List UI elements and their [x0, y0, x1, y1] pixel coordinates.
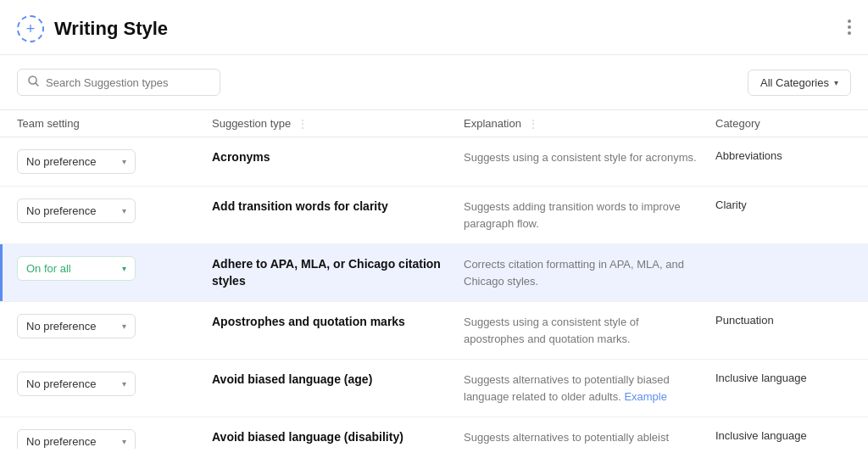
suggestion-name: Apostrophes and quotation marks	[212, 315, 405, 328]
category-value: Punctuation	[715, 314, 774, 327]
team-setting-cell: On for all ▾	[17, 256, 212, 281]
team-setting-cell: No preference ▾	[17, 198, 212, 223]
chevron-down-icon: ▾	[834, 78, 838, 87]
highlight-bar	[0, 244, 3, 301]
chevron-down-icon: ▾	[122, 157, 126, 166]
explanation-cell: Suggests alternatives to potentially abl…	[464, 429, 715, 449]
explanation-text: Corrects citation formatting in APA, MLA…	[464, 258, 684, 288]
dot-icon	[848, 20, 851, 23]
suggestion-type-cell: Avoid biased language (age)	[212, 372, 464, 389]
team-setting-cell: No preference ▾	[17, 149, 212, 174]
team-setting-cell: No preference ▾	[17, 429, 212, 449]
page-header: + Writing Style	[0, 0, 868, 55]
dot-icon	[848, 31, 851, 35]
suggestion-type-cell: Add transition words for clarity	[212, 198, 464, 215]
column-suggestion-type: Suggestion type ⋮	[212, 117, 464, 130]
toolbar: All Categories ▾	[0, 55, 868, 110]
category-cell: Clarity	[715, 198, 851, 211]
team-setting-dropdown[interactable]: No preference ▾	[17, 149, 136, 174]
dot-icon	[848, 25, 851, 29]
dropdown-value: No preference	[26, 204, 96, 217]
suggestion-type-cell: Apostrophes and quotation marks	[212, 314, 464, 331]
chevron-down-icon: ▾	[122, 379, 126, 389]
suggestion-name: Adhere to APA, MLA, or Chicago citation …	[212, 257, 441, 288]
explanation-cell: Suggests adding transition words to impr…	[464, 198, 715, 232]
table-row: No preference ▾ Apostrophes and quotatio…	[0, 302, 868, 360]
suggestion-name: Acronyms	[212, 150, 270, 164]
column-category: Category	[715, 117, 851, 130]
category-cell: Punctuation	[715, 314, 851, 327]
chevron-down-icon: ▾	[122, 264, 126, 273]
suggestion-name: Avoid biased language (age)	[212, 372, 372, 386]
explanation-text: Suggests using a consistent style of apo…	[464, 316, 639, 345]
category-value: Inclusive language	[715, 372, 807, 384]
chevron-down-icon: ▾	[122, 206, 126, 215]
header-icon: +	[17, 15, 44, 42]
table-header: Team setting Suggestion type ⋮ Explanati…	[0, 110, 868, 137]
column-explanation: Explanation ⋮	[464, 117, 715, 130]
explanation-text: Suggests alternatives to potentially abl…	[464, 431, 669, 449]
team-setting-dropdown[interactable]: No preference ▾	[17, 372, 136, 396]
table-row: No preference ▾ Acronyms Suggests using …	[0, 137, 868, 187]
explanation-cell: Suggests alternatives to potentially bia…	[464, 372, 715, 405]
search-input[interactable]	[46, 76, 209, 89]
explanation-cell: Suggests using a consistent style of apo…	[464, 314, 715, 347]
explanation-cell: Corrects citation formatting in APA, MLA…	[464, 256, 715, 289]
table-row: No preference ▾ Avoid biased language (d…	[0, 417, 868, 449]
dropdown-value: On for all	[26, 262, 71, 275]
chevron-down-icon: ▾	[122, 437, 126, 446]
example-link[interactable]: Example	[624, 390, 667, 403]
more-options-button[interactable]	[848, 20, 851, 35]
svg-line-1	[36, 83, 38, 86]
category-cell: Inclusive language	[715, 429, 851, 442]
category-value: Inclusive language	[715, 429, 807, 442]
team-setting-dropdown[interactable]: No preference ▾	[17, 198, 136, 223]
explanation-cell: Suggests using a consistent style for ac…	[464, 149, 715, 166]
team-setting-dropdown[interactable]: No preference ▾	[17, 429, 136, 449]
search-box[interactable]	[17, 69, 220, 96]
dropdown-value: No preference	[26, 155, 96, 168]
category-cell: Abbreviations	[715, 149, 851, 162]
suggestion-name: Add transition words for clarity	[212, 199, 388, 213]
chevron-down-icon: ▾	[122, 321, 126, 331]
team-setting-dropdown[interactable]: No preference ▾	[17, 314, 136, 338]
category-value: Abbreviations	[715, 149, 782, 162]
dropdown-value: No preference	[26, 320, 96, 333]
category-cell: Inclusive language	[715, 372, 851, 384]
category-value: Clarity	[715, 198, 747, 211]
table-body: No preference ▾ Acronyms Suggests using …	[0, 137, 868, 449]
dropdown-value: No preference	[26, 435, 96, 448]
team-setting-dropdown[interactable]: On for all ▾	[17, 256, 136, 281]
plus-icon: +	[26, 20, 36, 38]
table-row: No preference ▾ Add transition words for…	[0, 187, 868, 244]
column-team-setting: Team setting	[17, 117, 212, 130]
drag-handle-icon: ⋮	[298, 118, 308, 130]
search-icon	[28, 75, 39, 89]
suggestion-type-cell: Adhere to APA, MLA, or Chicago citation …	[212, 256, 464, 289]
team-setting-cell: No preference ▾	[17, 314, 212, 338]
explanation-text: Suggests using a consistent style for ac…	[464, 151, 697, 164]
explanation-text: Suggests adding transition words to impr…	[464, 200, 681, 230]
team-setting-cell: No preference ▾	[17, 372, 212, 396]
table-row: No preference ▾ Avoid biased language (a…	[0, 360, 868, 417]
suggestion-name: Avoid biased language (disability)	[212, 430, 403, 444]
category-label: All Categories	[760, 76, 829, 89]
dropdown-value: No preference	[26, 377, 96, 390]
suggestion-type-cell: Avoid biased language (disability)	[212, 429, 464, 446]
suggestion-type-cell: Acronyms	[212, 149, 464, 166]
drag-handle-icon: ⋮	[528, 118, 538, 130]
table-row: On for all ▾ Adhere to APA, MLA, or Chic…	[0, 244, 868, 302]
category-dropdown[interactable]: All Categories ▾	[748, 70, 851, 96]
page-title: Writing Style	[54, 18, 168, 40]
